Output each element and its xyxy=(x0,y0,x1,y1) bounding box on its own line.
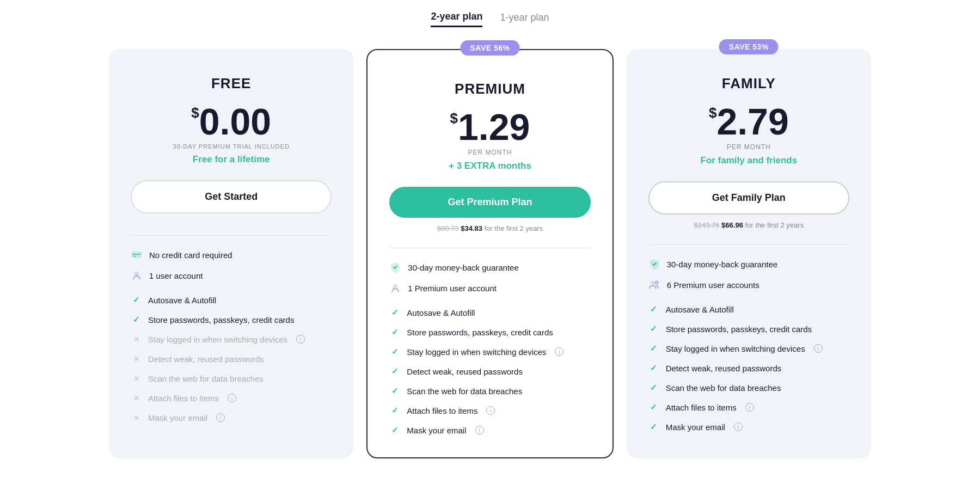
check-icon: ✓ xyxy=(648,382,659,393)
cross-icon: ✕ xyxy=(131,412,142,423)
svg-point-5 xyxy=(651,281,654,285)
highlight-free-1: 1 user account xyxy=(131,270,332,281)
info-icon[interactable]: i xyxy=(745,403,754,412)
plan-toggle: 2-year plan 1-year plan xyxy=(431,11,549,27)
plan-button-family[interactable]: Get Family Plan xyxy=(648,181,849,215)
cross-icon: ✕ xyxy=(131,353,142,364)
plan-button-free[interactable]: Get Started xyxy=(131,180,332,213)
check-icon: ✓ xyxy=(648,343,659,354)
check-icon: ✓ xyxy=(389,425,400,436)
svg-point-6 xyxy=(655,281,658,284)
toggle-2year[interactable]: 2-year plan xyxy=(431,11,482,27)
check-icon: ✓ xyxy=(648,421,659,432)
feature-text-family-2: Stay logged in when switching devices xyxy=(666,344,805,353)
check-icon: ✓ xyxy=(648,363,659,373)
plan-button-premium[interactable]: Get Premium Plan xyxy=(389,187,590,218)
cross-icon: ✕ xyxy=(131,373,142,384)
feature-item-premium-1: ✓ Store passwords, passkeys, credit card… xyxy=(389,327,590,338)
highlight-text-family-0: 30-day money-back guarantee xyxy=(667,260,777,269)
price-family: $2.79 xyxy=(648,103,849,140)
feature-text-premium-0: Autosave & Autofill xyxy=(407,308,475,317)
price-extra-premium: + 3 EXTRA months xyxy=(389,161,590,171)
feature-item-family-2: ✓ Stay logged in when switching devicesi xyxy=(648,343,849,354)
feature-text-premium-4: Scan the web for data breaches xyxy=(407,387,522,396)
feature-item-family-5: ✓ Attach files to itemsi xyxy=(648,402,849,413)
price-currency-premium: $ xyxy=(450,110,458,126)
plan-card-premium: SAVE 56%PREMIUM $1.29 PER MONTH+ 3 EXTRA… xyxy=(366,49,613,458)
svg-point-4 xyxy=(394,285,397,289)
divider-family xyxy=(648,244,849,245)
feature-item-premium-6: ✓ Mask your emaili xyxy=(389,425,590,436)
cross-icon: ✕ xyxy=(131,334,142,345)
svg-rect-2 xyxy=(133,256,136,257)
info-icon[interactable]: i xyxy=(486,406,495,415)
info-icon[interactable]: i xyxy=(296,335,305,344)
feature-item-free-0: ✓ Autosave & Autofill xyxy=(131,295,332,305)
info-icon[interactable]: i xyxy=(555,347,564,356)
feature-item-family-1: ✓ Store passwords, passkeys, credit card… xyxy=(648,323,849,334)
check-icon: ✓ xyxy=(389,405,400,416)
highlight-text-free-0: No credit card required xyxy=(149,250,232,260)
highlight-icon-premium-0 xyxy=(389,261,401,273)
billing-note-family: $143.76 $66.96 for the first 2 years xyxy=(648,221,849,229)
highlight-family-1: 6 Premium user accounts xyxy=(648,279,849,291)
check-icon: ✓ xyxy=(389,366,400,377)
plan-card-family: SAVE 53%FAMILY $2.79 PER MONTHFor family… xyxy=(627,49,871,458)
highlight-icon-family-0 xyxy=(648,258,660,270)
feature-item-family-3: ✓ Detect weak, reused passwords xyxy=(648,363,849,373)
info-icon[interactable]: i xyxy=(814,344,823,353)
highlight-text-premium-0: 30-day money-back guarantee xyxy=(408,263,518,272)
feature-item-free-2: ✕ Stay logged in when switching devicesi xyxy=(131,334,332,345)
toggle-1year[interactable]: 1-year plan xyxy=(500,12,549,27)
divider-free xyxy=(131,235,332,236)
feature-text-family-5: Attach files to items xyxy=(666,403,737,412)
check-icon: ✓ xyxy=(389,307,400,318)
billing-note-premium: $80.73 $34.83 for the first 2 years xyxy=(389,224,590,232)
save-badge-family: SAVE 53% xyxy=(719,39,779,54)
plan-name-free: FREE xyxy=(131,75,332,92)
feature-item-free-1: ✓ Store passwords, passkeys, credit card… xyxy=(131,314,332,325)
price-amount-free: 0.00 xyxy=(199,101,271,142)
price-currency-free: $ xyxy=(191,105,199,121)
price-premium: $1.29 xyxy=(389,108,590,145)
feature-text-family-3: Detect weak, reused passwords xyxy=(666,364,782,373)
svg-point-3 xyxy=(135,272,139,276)
feature-text-premium-1: Store passwords, passkeys, credit cards xyxy=(407,328,553,337)
highlight-family-0: 30-day money-back guarantee xyxy=(648,258,849,270)
price-extra-free: Free for a lifetime xyxy=(131,154,332,165)
feature-item-free-5: ✕ Attach files to itemsi xyxy=(131,393,332,403)
highlight-text-family-1: 6 Premium user accounts xyxy=(667,280,759,290)
feature-text-premium-5: Attach files to items xyxy=(407,406,477,415)
info-icon[interactable]: i xyxy=(228,394,236,402)
price-amount-family: 2.79 xyxy=(716,101,788,142)
feature-item-premium-0: ✓ Autosave & Autofill xyxy=(389,307,590,318)
price-period-family: PER MONTH xyxy=(648,143,849,151)
feature-item-premium-2: ✓ Stay logged in when switching devicesi xyxy=(389,346,590,357)
highlight-icon-free-0 xyxy=(131,249,143,261)
price-extra-family: For family and friends xyxy=(648,155,849,166)
info-icon[interactable]: i xyxy=(216,413,225,422)
info-icon[interactable]: i xyxy=(734,422,743,431)
check-icon: ✓ xyxy=(389,346,400,357)
plan-card-free: FREE $0.00 30-DAY PREMIUM TRIAL INCLUDED… xyxy=(109,49,353,458)
check-icon: ✓ xyxy=(648,402,659,413)
feature-text-free-4: Scan the web for data breaches xyxy=(148,374,264,383)
feature-text-premium-3: Detect weak, reused passwords xyxy=(407,367,523,376)
highlight-premium-0: 30-day money-back guarantee xyxy=(389,261,590,273)
price-amount-premium: 1.29 xyxy=(458,106,530,148)
feature-text-free-0: Autosave & Autofill xyxy=(148,296,216,305)
feature-text-premium-6: Mask your email xyxy=(407,426,466,435)
feature-list-family: ✓ Autosave & Autofill ✓ Store passwords,… xyxy=(648,304,849,432)
highlight-text-free-1: 1 user account xyxy=(149,271,203,280)
check-icon: ✓ xyxy=(389,385,400,396)
feature-text-free-3: Detect weak, reused passwords xyxy=(148,354,264,364)
info-icon[interactable]: i xyxy=(475,426,484,434)
check-icon: ✓ xyxy=(131,295,142,305)
feature-text-free-6: Mask your email xyxy=(148,413,207,422)
feature-item-family-0: ✓ Autosave & Autofill xyxy=(648,304,849,315)
check-icon: ✓ xyxy=(389,327,400,338)
feature-item-premium-4: ✓ Scan the web for data breaches xyxy=(389,385,590,396)
feature-text-family-0: Autosave & Autofill xyxy=(666,305,734,314)
feature-text-family-1: Store passwords, passkeys, credit cards xyxy=(666,324,812,334)
highlight-icon-premium-1 xyxy=(389,282,401,294)
